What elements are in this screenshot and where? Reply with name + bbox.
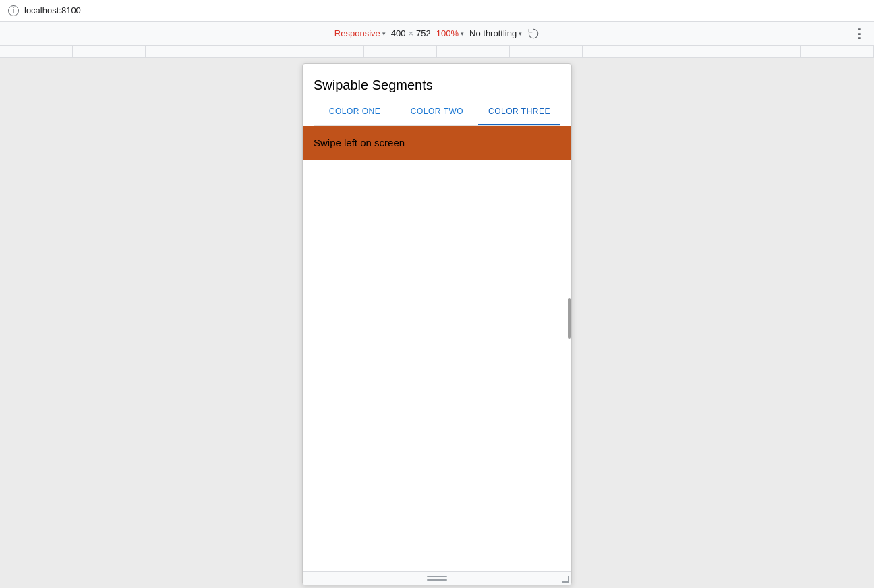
app-header: Swipable Segments COLOR ONE COLOR TWO CO… <box>303 64 571 126</box>
rotate-icon[interactable] <box>527 28 540 40</box>
swipe-banner: Swipe left on screen <box>303 126 571 160</box>
resize-line <box>427 576 447 577</box>
content-area[interactable] <box>303 160 571 551</box>
resize-corner-handle[interactable] <box>560 574 571 585</box>
ruler-tick <box>510 46 583 57</box>
zoom-group[interactable]: 100% ▾ <box>436 28 464 38</box>
tab-color-two[interactable]: COLOR TWO <box>396 98 478 125</box>
ruler-tick <box>218 46 291 57</box>
ruler-tick <box>728 46 801 57</box>
segment-content: Swipe left on screen <box>303 126 571 571</box>
dimension-separator: × <box>409 28 414 38</box>
info-icon: i <box>8 5 19 16</box>
zoom-dropdown[interactable]: 100% ▾ <box>436 28 464 38</box>
main-content: Swipable Segments COLOR ONE COLOR TWO CO… <box>0 58 874 588</box>
app-title: Swipable Segments <box>314 78 560 93</box>
throttle-dropdown[interactable]: No throttling ▾ <box>469 28 522 38</box>
ruler-tick <box>364 46 437 57</box>
more-options-icon[interactable]: ⋮ <box>852 27 866 40</box>
ruler-tick <box>146 46 218 57</box>
browser-url: localhost:8100 <box>24 5 81 16</box>
tab-color-three[interactable]: COLOR THREE <box>478 98 560 125</box>
resize-line <box>427 579 447 581</box>
throttle-label: No throttling <box>469 28 517 38</box>
app-content: Swipable Segments COLOR ONE COLOR TWO CO… <box>303 64 571 571</box>
zoom-label: 100% <box>436 28 459 38</box>
ruler-tick <box>656 46 728 57</box>
ruler-tick <box>291 46 364 57</box>
device-frame: Swipable Segments COLOR ONE COLOR TWO CO… <box>302 63 572 585</box>
throttle-arrow: ▾ <box>519 30 522 37</box>
dimensions-group: 400 × 752 <box>391 28 431 38</box>
device-bottom-bar <box>303 571 571 585</box>
devtools-toolbar: Responsive ▾ 400 × 752 100% ▾ No throttl… <box>0 22 874 46</box>
ruler-tick <box>0 46 73 57</box>
responsive-arrow: ▾ <box>382 30 386 37</box>
zoom-arrow: ▾ <box>461 30 464 37</box>
responsive-label: Responsive <box>334 28 380 38</box>
ruler-tick <box>801 46 874 57</box>
ruler-tick <box>583 46 656 57</box>
throttle-group[interactable]: No throttling ▾ <box>469 28 522 38</box>
device-scrollbar[interactable] <box>567 64 571 585</box>
browser-title-bar: i localhost:8100 <box>0 0 874 22</box>
ruler-bar <box>0 46 874 58</box>
width-input[interactable]: 400 <box>391 28 406 38</box>
height-input[interactable]: 752 <box>416 28 431 38</box>
segment-tabs: COLOR ONE COLOR TWO COLOR THREE <box>314 98 560 126</box>
tab-color-one[interactable]: COLOR ONE <box>314 98 396 125</box>
resize-corner-icon <box>562 576 569 583</box>
scrollbar-thumb <box>568 298 571 339</box>
resize-handle[interactable] <box>427 576 447 581</box>
ruler-tick <box>73 46 146 57</box>
swipe-banner-text: Swipe left on screen <box>314 137 405 148</box>
responsive-dropdown[interactable]: Responsive ▾ <box>334 28 386 38</box>
responsive-selector[interactable]: Responsive ▾ <box>334 28 386 38</box>
ruler-tick <box>437 46 510 57</box>
